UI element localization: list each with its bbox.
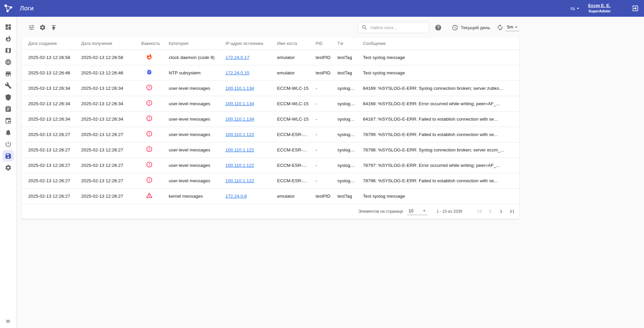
search-box[interactable]	[358, 22, 429, 33]
app-logo-icon	[3, 3, 13, 13]
cell-message: 78799: %SYSLOG-E-ERR: Failed to establis…	[360, 127, 519, 142]
pagination: Элементов на странице 10 1 - 10 из 3339	[21, 204, 519, 219]
column-header: Имя хоста	[274, 38, 312, 50]
sidebar-item-dashboard[interactable]	[2, 21, 14, 32]
user-menu[interactable]: Eccm E. E. SuperAdmin	[588, 3, 610, 13]
log-row[interactable]: 2025-02-13 12:26:272025-02-13 12:26:27ke…	[21, 189, 519, 204]
cell-source-ip: 100.110.1.122	[222, 173, 274, 189]
last-page-button[interactable]	[507, 207, 517, 216]
toolbar-right-group: Текущий день 5m	[358, 22, 519, 33]
cell-category: user-level messages	[165, 142, 222, 158]
cell-category: NTP subsystem	[165, 65, 222, 81]
sidebar-item-shield[interactable]	[2, 91, 14, 103]
sidebar-expand-button[interactable]	[0, 318, 16, 325]
source-ip-link[interactable]: 100.110.1.122	[225, 163, 254, 168]
severity-error-icon	[146, 84, 153, 91]
cell-source-ip: 100.110.1.134	[222, 81, 274, 96]
first-page-button[interactable]	[475, 207, 484, 216]
cell-created: 2025-02-13 12:26:46	[21, 65, 78, 81]
source-ip-link[interactable]: 100.110.1.134	[225, 101, 254, 106]
column-header: IP-адрес источника	[222, 38, 274, 50]
per-page-select[interactable]: 10	[407, 208, 427, 215]
per-page-value: 10	[409, 208, 413, 213]
export-button[interactable]	[50, 23, 58, 31]
search-input[interactable]	[370, 25, 425, 30]
log-row[interactable]: 2025-02-13 12:26:272025-02-13 12:26:27us…	[21, 127, 519, 142]
cell-category: user-level messages	[165, 158, 222, 173]
column-header: Категория	[165, 38, 222, 50]
sidebar-item-flame[interactable]	[2, 33, 14, 44]
source-ip-link[interactable]: 100.110.1.134	[225, 117, 254, 122]
severity-error-icon	[146, 177, 153, 183]
sidebar-item-storefront[interactable]	[2, 68, 14, 79]
cell-pid: testPID	[312, 50, 334, 65]
refresh-button[interactable]	[496, 23, 504, 31]
log-row[interactable]: 2025-02-13 12:26:342025-02-13 12:26:34us…	[21, 112, 519, 127]
sidebar-item-globe[interactable]	[2, 56, 14, 68]
user-name-link[interactable]: Eccm E. E.	[588, 3, 610, 9]
source-ip-link[interactable]: 100.110.1.122	[225, 132, 254, 137]
log-row[interactable]: 2025-02-13 12:26:272025-02-13 12:26:27us…	[21, 173, 519, 189]
log-row[interactable]: 2025-02-13 12:26:272025-02-13 12:26:27us…	[21, 142, 519, 158]
chevron-down-icon	[513, 24, 519, 30]
logout-button[interactable]	[631, 4, 639, 12]
column-header: Важность	[138, 38, 165, 50]
severity-error-icon	[146, 146, 153, 152]
cell-host: ECCM-WLC-15	[274, 81, 312, 96]
cell-host: ECCM-ESR-200	[274, 173, 312, 189]
table-settings-button[interactable]	[39, 23, 47, 31]
filter-button[interactable]	[28, 23, 36, 31]
toolbar: Текущий день 5m	[21, 20, 519, 35]
help-button[interactable]	[434, 23, 442, 31]
cell-created: 2025-02-13 12:26:34	[21, 96, 78, 112]
sidebar-item-clipboard[interactable]	[2, 103, 14, 115]
sidebar-item-map[interactable]	[2, 45, 14, 56]
column-header: Дата создания	[21, 38, 78, 50]
cell-message: 78796: %SYSLOG-E-ERR: Failed to establis…	[360, 173, 519, 189]
sidebar-item-gear[interactable]	[2, 162, 14, 173]
cell-created: 2025-02-13 12:26:34	[21, 112, 78, 127]
cell-source-ip: 100.110.1.122	[222, 127, 274, 142]
source-ip-link[interactable]: 172.24.0.6	[225, 194, 247, 199]
log-row[interactable]: 2025-02-13 12:26:582025-02-13 12:26:58cl…	[21, 50, 519, 65]
cell-host: ECCM-ESR-200	[274, 142, 312, 158]
period-selector[interactable]: Текущий день	[452, 24, 490, 31]
language-selector[interactable]: ru	[571, 5, 581, 11]
log-row[interactable]: 2025-02-13 12:26:342025-02-13 12:26:34us…	[21, 96, 519, 112]
log-row[interactable]: 2025-02-13 12:26:342025-02-13 12:26:34us…	[21, 81, 519, 96]
sidebar-item-save-active[interactable]	[2, 150, 14, 161]
next-page-button[interactable]	[496, 207, 506, 216]
refresh-interval-select[interactable]: 5m	[505, 24, 519, 31]
cell-received: 2025-02-13 12:26:27	[78, 173, 138, 189]
cell-source-ip: 100.110.1.134	[222, 112, 274, 127]
source-ip-link[interactable]: 172.24.0.15	[225, 70, 249, 75]
cell-created: 2025-02-13 12:26:27	[21, 158, 78, 173]
cell-severity	[138, 50, 165, 65]
cell-source-ip: 172.24.0.6	[222, 189, 274, 204]
cell-pid: testPID	[312, 65, 334, 81]
log-row[interactable]: 2025-02-13 12:26:462025-02-13 12:26:46NT…	[21, 65, 519, 81]
cell-received: 2025-02-13 12:26:34	[78, 112, 138, 127]
source-ip-link[interactable]: 100.110.1.122	[225, 178, 254, 183]
source-ip-link[interactable]: 172.24.0.17	[225, 55, 249, 60]
cell-received: 2025-02-13 12:26:34	[78, 81, 138, 96]
cell-host: ECCM-ESR-200	[274, 158, 312, 173]
sidebar-item-power[interactable]	[2, 138, 14, 150]
source-ip-link[interactable]: 100.110.1.134	[225, 86, 254, 91]
log-row[interactable]: 2025-02-13 12:26:272025-02-13 12:26:27us…	[21, 158, 519, 173]
cell-source-ip: 172.24.0.17	[222, 50, 274, 65]
sidebar-item-bell[interactable]	[2, 127, 14, 138]
source-ip-link[interactable]: 100.110.1.122	[225, 147, 254, 152]
sidebar-nav	[0, 17, 16, 173]
sidebar	[0, 17, 16, 328]
cell-received: 2025-02-13 12:26:46	[78, 65, 138, 81]
prev-page-button[interactable]	[486, 207, 495, 216]
cell-message: 78797: %SYSLOG-E-ERR: Error occurred whi…	[360, 158, 519, 173]
sidebar-item-wrench[interactable]	[2, 80, 14, 91]
cell-category: user-level messages	[165, 112, 222, 127]
sidebar-item-calendar[interactable]	[2, 115, 14, 126]
cell-category: clock daemon (code 9)	[165, 50, 222, 65]
cell-category: user-level messages	[165, 173, 222, 189]
cell-tag: syslog-ng	[334, 142, 360, 158]
column-header: PID	[312, 38, 334, 50]
